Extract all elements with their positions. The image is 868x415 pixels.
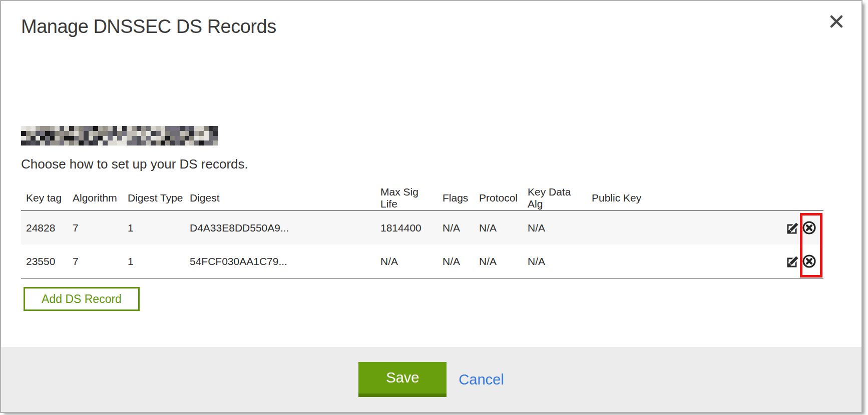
cell-max-sig-life: 1814400 [375,210,438,244]
delete-circle-x-icon [802,254,816,268]
edit-pencil-icon [786,222,799,234]
cell-digest-type: 1 [123,210,185,244]
cell-digest-type: 1 [123,244,185,278]
page-title: Manage DNSSEC DS Records [21,16,276,38]
cell-max-sig-life: N/A [375,244,438,278]
cell-public-key [587,210,747,244]
instruction-text: Choose how to set up your DS records. [21,156,248,172]
cell-protocol: N/A [474,210,523,244]
table-row: 235507154FCF030AA1C79...N/AN/AN/AN/A [21,244,823,278]
column-header: Flags [438,186,474,210]
column-header: Key Data Alg [523,186,587,210]
ds-records-table: Key tagAlgorithmDigest TypeDigestMax Sig… [21,186,823,279]
manage-dnssec-modal: Manage DNSSEC DS Records Choose how to s… [0,0,862,413]
cell-actions [747,244,823,278]
edit-record-button[interactable] [786,222,799,234]
cancel-link[interactable]: Cancel [459,372,504,388]
edit-record-button[interactable] [786,255,799,268]
edit-pencil-icon [786,255,799,268]
column-header: Algorithm [68,186,123,210]
delete-record-button[interactable] [802,220,816,235]
column-header-actions [747,186,823,210]
cell-flags: N/A [438,244,474,278]
delete-record-button[interactable] [802,254,816,268]
table-header-row: Key tagAlgorithmDigest TypeDigestMax Sig… [21,186,823,210]
cell-key-tag: 24828 [21,210,68,244]
ds-table-body: 2482871D4A33E8DD550A9...1814400N/AN/AN/A… [21,210,823,278]
close-button[interactable] [826,12,846,32]
cell-public-key [587,244,747,278]
cell-key-data-alg: N/A [523,244,587,278]
cell-digest: 54FCF030AA1C79... [185,244,375,278]
cell-flags: N/A [438,210,474,244]
column-header: Digest Type [123,186,185,210]
save-button[interactable]: Save [358,362,447,397]
column-header: Public Key [587,186,747,210]
cell-key-tag: 23550 [21,244,68,278]
domain-name-redacted [21,126,218,146]
column-header: Max Sig Life [375,186,438,210]
cell-protocol: N/A [474,244,523,278]
cell-digest: D4A33E8DD550A9... [185,210,375,244]
cell-key-data-alg: N/A [523,210,587,244]
column-header: Protocol [474,186,523,210]
cell-algorithm: 7 [68,244,123,278]
close-icon [829,14,844,30]
cell-algorithm: 7 [68,210,123,244]
delete-circle-x-icon [802,220,816,235]
column-header: Key tag [21,186,68,210]
modal-footer: Save Cancel [1,347,861,412]
cell-actions [747,210,823,244]
column-header: Digest [185,186,375,210]
table-row: 2482871D4A33E8DD550A9...1814400N/AN/AN/A [21,210,823,244]
add-ds-record-button[interactable]: Add DS Record [24,287,140,311]
